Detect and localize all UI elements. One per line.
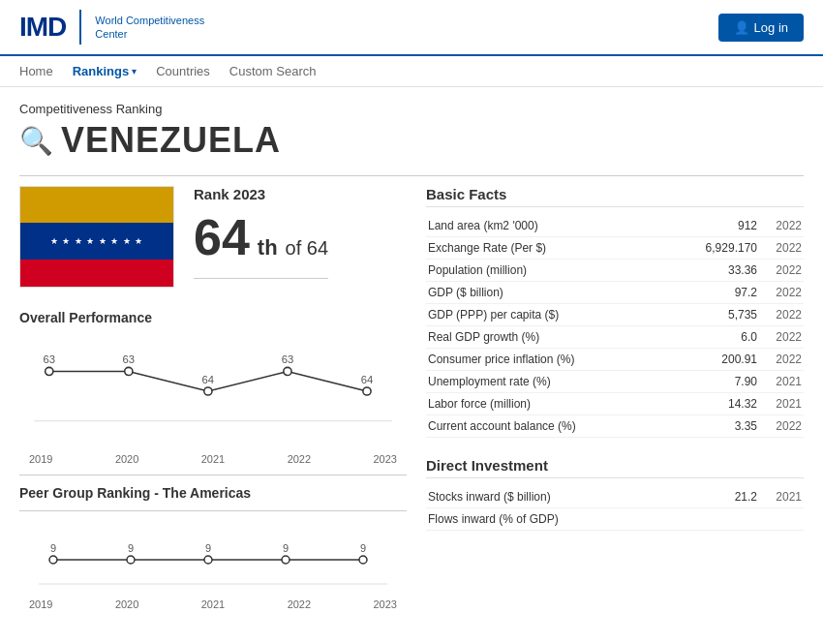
year-label-2: 2021 — [201, 453, 225, 465]
fact-value: 912 — [667, 215, 765, 237]
flag-stripe-yellow — [20, 187, 173, 223]
fact-year: 2022 — [765, 304, 804, 326]
overall-performance-chart: 63 63 64 63 64 — [19, 333, 407, 449]
basic-facts-row: Current account balance (%) 3.35 2022 — [426, 415, 804, 438]
flag-rank-row: ★ ★ ★ ★ ★ ★ ★ ★ Rank 2023 64 th of 64 — [19, 186, 407, 291]
nav-rankings-link[interactable]: Rankings — [73, 64, 130, 78]
peer-point-0 — [49, 556, 57, 564]
peer-group-chart: 9 9 9 9 9 — [19, 521, 407, 598]
fact-year: 2022 — [765, 237, 804, 260]
basic-facts-title: Basic Facts — [426, 186, 804, 207]
peer-label-4: 9 — [360, 542, 366, 554]
page-subtitle: Competitiveness Ranking — [19, 102, 804, 116]
year-label-3: 2022 — [288, 453, 311, 465]
fact-year: 2022 — [765, 260, 804, 282]
fact-label: Real GDP growth (%) — [426, 326, 667, 349]
di-label: Stocks inward ($ billion) — [426, 486, 699, 508]
fact-year: 2022 — [765, 326, 804, 349]
fact-label: Current account balance (%) — [426, 415, 667, 438]
peer-chart-x-labels: 2019 2020 2021 2022 2023 — [19, 598, 407, 610]
peer-label-3: 9 — [283, 542, 289, 554]
fact-year: 2021 — [765, 393, 804, 415]
rank-superscript: th — [258, 235, 278, 261]
chart-point-0 — [46, 367, 53, 375]
fact-value: 200.91 — [667, 349, 765, 371]
logo-divider — [79, 10, 81, 45]
di-year — [765, 508, 804, 531]
year-label-0: 2019 — [29, 453, 52, 465]
fact-value: 33.36 — [667, 260, 765, 282]
peer-year-2: 2021 — [201, 598, 225, 610]
fact-label: GDP (PPP) per capita ($) — [426, 304, 667, 326]
flag-stripe-blue: ★ ★ ★ ★ ★ ★ ★ ★ — [20, 223, 173, 259]
logo-subtitle: World Competitiveness Center — [95, 14, 204, 42]
country-search-row: 🔍 VENEZUELA — [19, 120, 804, 161]
chart-label-1: 63 — [123, 353, 136, 365]
flag-venezuela: ★ ★ ★ ★ ★ ★ ★ ★ — [19, 186, 174, 288]
peer-year-0: 2019 — [29, 598, 52, 610]
overall-chart-svg: 63 63 64 63 64 — [19, 333, 407, 449]
di-row: Flows inward (% of GDP) — [426, 508, 804, 531]
fact-label: Unemployment rate (%) — [426, 371, 667, 393]
di-value — [699, 508, 765, 531]
fact-value: 7.90 — [667, 371, 765, 393]
fact-value: 6,929.170 — [667, 237, 765, 260]
fact-year: 2022 — [765, 282, 804, 304]
nav-countries[interactable]: Countries — [156, 64, 210, 78]
rank-section: Rank 2023 64 th of 64 — [194, 186, 328, 291]
fact-label: Consumer price inflation (%) — [426, 349, 667, 371]
basic-facts-row: GDP ($ billion) 97.2 2022 — [426, 282, 804, 304]
year-label-1: 2020 — [115, 453, 138, 465]
peer-divider — [19, 510, 407, 511]
peer-point-4 — [359, 556, 367, 564]
fact-value: 5,735 — [667, 304, 765, 326]
basic-facts-row: Population (million) 33.36 2022 — [426, 260, 804, 282]
basic-facts-row: Real GDP growth (%) 6.0 2022 — [426, 326, 804, 349]
peer-year-4: 2023 — [374, 598, 397, 610]
di-label: Flows inward (% of GDP) — [426, 508, 699, 531]
page-content: Competitiveness Ranking 🔍 VENEZUELA ★ ★ … — [0, 87, 823, 625]
fact-label: Labor force (million) — [426, 393, 667, 415]
peer-point-1 — [127, 556, 135, 564]
fact-value: 6.0 — [667, 326, 765, 349]
fact-year: 2022 — [765, 215, 804, 237]
nav-custom-search[interactable]: Custom Search — [229, 64, 317, 78]
dropdown-icon: ▾ — [132, 66, 137, 77]
fact-value: 97.2 — [667, 282, 765, 304]
basic-facts-row: Labor force (million) 14.32 2021 — [426, 393, 804, 415]
login-button[interactable]: 👤 Log in — [718, 14, 804, 42]
chart-point-4 — [363, 387, 371, 395]
peer-label-0: 9 — [50, 542, 56, 554]
nav-home[interactable]: Home — [19, 64, 53, 78]
chart-label-4: 64 — [361, 374, 374, 385]
header: IMD World Competitiveness Center 👤 Log i… — [0, 0, 823, 56]
fact-value: 3.35 — [667, 415, 765, 438]
left-column: ★ ★ ★ ★ ★ ★ ★ ★ Rank 2023 64 th of 64 Ov… — [19, 186, 407, 610]
search-icon: 🔍 — [19, 125, 53, 157]
fact-label: Exchange Rate (Per $) — [426, 237, 667, 260]
basic-facts-row: Land area (km2 '000) 912 2022 — [426, 215, 804, 237]
direct-investment-table: Stocks inward ($ billion) 21.2 2021 Flow… — [426, 486, 804, 531]
peer-chart-svg: 9 9 9 9 9 — [19, 521, 407, 598]
user-icon: 👤 — [734, 20, 749, 35]
di-year: 2021 — [765, 486, 804, 508]
rank-label: Rank 2023 — [194, 186, 328, 202]
peer-group-title: Peer Group Ranking - The Americas — [19, 485, 407, 501]
basic-facts-table: Land area (km2 '000) 912 2022 Exchange R… — [426, 215, 804, 438]
peer-point-2 — [204, 556, 212, 564]
direct-investment-title: Direct Investment — [426, 457, 804, 478]
rank-number-row: 64 th of 64 — [194, 208, 328, 266]
rank-divider — [194, 278, 328, 279]
main-divider — [19, 175, 804, 176]
flag-stripe-red — [20, 260, 173, 287]
fact-label: GDP ($ billion) — [426, 282, 667, 304]
direct-investment-section: Direct Investment Stocks inward ($ billi… — [426, 457, 804, 531]
chart-label-0: 63 — [44, 353, 56, 365]
year-label-4: 2023 — [374, 453, 397, 465]
peer-label-2: 9 — [205, 542, 211, 554]
peer-year-1: 2020 — [115, 598, 138, 610]
nav-rankings[interactable]: Rankings ▾ — [73, 64, 137, 78]
chart-point-3 — [284, 367, 291, 375]
peer-point-3 — [282, 556, 290, 564]
di-value: 21.2 — [699, 486, 765, 508]
